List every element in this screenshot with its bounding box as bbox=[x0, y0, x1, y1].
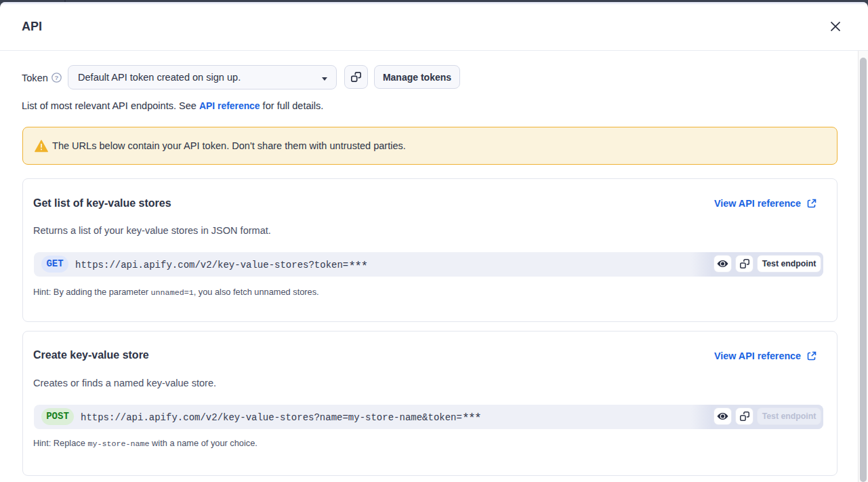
svg-text:?: ? bbox=[55, 74, 59, 81]
